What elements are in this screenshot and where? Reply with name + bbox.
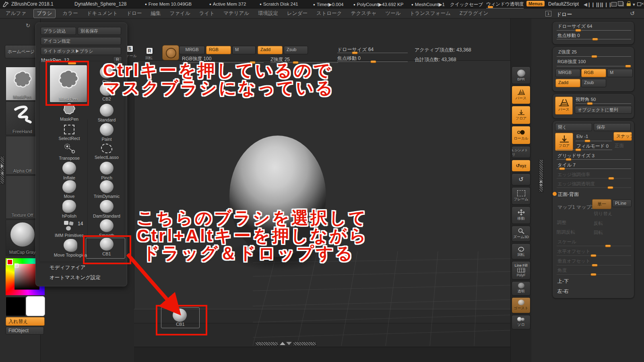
brush-load-button[interactable]: ブラシ読込 — [41, 27, 76, 35]
brush-cell-inflate[interactable]: Inflate — [51, 162, 88, 180]
panes-icon[interactable] — [611, 2, 617, 6]
zsub-button[interactable]: Zsub — [284, 46, 308, 54]
rp-open-button[interactable]: 開く — [555, 123, 592, 131]
bottom-tray-hatch-left[interactable] — [255, 341, 279, 346]
rp-zadd-button[interactable]: Zadd — [555, 79, 580, 87]
transparent-button[interactable]: 透明 — [512, 281, 530, 296]
menu-brush[interactable]: ブラシ — [33, 9, 55, 18]
xyz-button[interactable]: ↺xyz — [512, 160, 530, 172]
brush-cell-standard[interactable]: Standard — [88, 104, 125, 122]
menu-texture[interactable]: テクスチャ — [349, 9, 378, 18]
slider-knob[interactable] — [605, 245, 611, 247]
rp-rotate-button[interactable]: 回転 — [594, 230, 603, 236]
brush-cell-paint[interactable]: Paint — [88, 123, 125, 142]
menu-zplugin[interactable]: Zプラグイン — [458, 9, 490, 18]
menu-alpha[interactable]: アルファ — [4, 9, 28, 18]
slider-knob[interactable] — [566, 158, 572, 161]
zoom3d-button[interactable]: ズーム3D — [512, 226, 530, 242]
rp-switch-button[interactable]: 切り替え — [594, 211, 613, 217]
home-button[interactable]: ホームページ — [5, 45, 36, 58]
slider-knob[interactable] — [370, 60, 376, 63]
rp-z-intensity-slider[interactable] — [557, 56, 631, 57]
current-brush-tile[interactable]: MaskPen — [6, 67, 39, 101]
focal-shift-slider[interactable] — [337, 62, 408, 62]
primary-color-swatch[interactable] — [26, 296, 45, 316]
rp-snap-button[interactable]: スナップ — [613, 132, 632, 141]
slider-knob[interactable] — [607, 186, 613, 189]
lsym-button[interactable]: L.シンメトリ — [512, 146, 530, 158]
ghost-button[interactable]: ゴースト — [512, 297, 530, 313]
brush-cell-transpose[interactable]: Transpose — [51, 142, 88, 160]
slider-knob[interactable] — [352, 51, 358, 54]
slider-knob[interactable] — [590, 254, 597, 257]
slider-knob[interactable] — [625, 65, 631, 68]
rp-zsub-button[interactable]: Zsub — [581, 79, 606, 87]
rp-flip-button[interactable]: 反転 — [594, 220, 603, 226]
linefill-button[interactable]: Line Fill PolyF — [512, 261, 530, 280]
minimize-button[interactable]: ▾ — [633, 2, 635, 7]
brush-preview-button[interactable] — [162, 45, 179, 60]
brush-cell-move[interactable]: Move — [51, 180, 88, 199]
tray-down-icon[interactable] — [286, 342, 292, 345]
slider-knob[interactable] — [587, 102, 593, 105]
right-tray-divider[interactable] — [539, 159, 543, 192]
rp-mrgb-button[interactable]: MRGB — [555, 69, 580, 77]
slider-knob[interactable] — [559, 167, 565, 170]
rp-save-button[interactable]: 保存 — [594, 123, 631, 131]
slider-knob[interactable] — [584, 140, 590, 142]
menu-stroke[interactable]: ストローク — [315, 9, 344, 18]
close-button[interactable]: × — [641, 1, 644, 6]
menu-file[interactable]: ファイル — [168, 9, 192, 18]
brush-cell-trimdynamic[interactable]: TrimDynamic — [88, 180, 125, 199]
window-opacity-knob[interactable] — [488, 6, 493, 8]
pan-button[interactable]: 移動 — [512, 206, 530, 224]
panel-reset-icon[interactable]: ↺ — [630, 10, 635, 16]
perspective-button[interactable]: パース — [512, 86, 530, 104]
rp-align-button[interactable]: オブジェクトに整列 — [575, 106, 632, 114]
brush-cell-pinch[interactable]: Pinch — [88, 162, 125, 180]
rp-edgemult-slider[interactable] — [557, 178, 631, 179]
solo-button[interactable]: ソロ — [512, 315, 530, 329]
rgb-button[interactable]: RGB — [206, 46, 231, 54]
current-stroke-tile[interactable]: FreeHand — [6, 101, 39, 135]
menu-edit[interactable]: 編集 — [149, 9, 163, 18]
zadd-button[interactable]: Zadd — [258, 46, 283, 54]
menu-transform[interactable]: トランスフォーム — [408, 9, 452, 18]
rp-frontback-label[interactable]: 正面-背面 — [558, 191, 579, 198]
menu-light[interactable]: ライト — [198, 9, 216, 18]
rp-leftright-button[interactable]: 左-右 — [557, 288, 569, 295]
slider-knob[interactable] — [591, 55, 597, 58]
slider-knob[interactable] — [590, 273, 597, 276]
rp-floor-button[interactable]: フロア — [555, 133, 573, 151]
rp-gridsize-slider[interactable] — [557, 159, 631, 160]
slider-knob[interactable] — [592, 264, 598, 267]
bpr-button[interactable]: BPR — [512, 66, 530, 84]
slider-knob[interactable] — [592, 38, 598, 41]
mrgb-button[interactable]: MRGB — [179, 46, 205, 54]
divider-right-icon[interactable] — [1, 164, 3, 168]
quicksave-button[interactable]: クイックセーブ — [450, 2, 483, 8]
rp-edgeopacity-slider[interactable] — [557, 187, 631, 188]
rp-fillmode-slider[interactable] — [557, 150, 612, 150]
brush-cell-damstandard[interactable]: DamStandard — [88, 200, 125, 218]
tray-up-icon[interactable] — [280, 342, 285, 345]
rp-tile-slider[interactable] — [557, 169, 631, 169]
brush-cell-selectrect[interactable]: SelectRect — [51, 123, 88, 141]
rp-hoffset-slider[interactable] — [557, 255, 631, 256]
assign-icon-button[interactable]: アイコン指定 — [41, 37, 121, 45]
rotate-badge-icon[interactable]: R — [147, 48, 153, 54]
secondary-color-swatch[interactable] — [6, 297, 26, 316]
lightbox-brush-button[interactable]: ライトボックス▶ブラシ — [41, 47, 121, 55]
frame-button[interactable]: フレーム — [512, 187, 530, 205]
rp-pline-button[interactable]: PLine — [612, 200, 632, 207]
rp-scale-slider[interactable] — [557, 246, 631, 246]
floor-button[interactable]: フロア — [512, 106, 530, 124]
rp-elv-slider[interactable] — [576, 141, 612, 141]
alpha-tile[interactable]: Alpha Off — [6, 136, 39, 175]
modifiers-row[interactable]: モディファイア — [50, 264, 86, 271]
reload-icon[interactable]: ↻ — [26, 23, 30, 29]
rp-angle-slider[interactable] — [557, 274, 631, 275]
brush-cell-selectlasso[interactable]: SelectLasso — [88, 142, 125, 160]
menu-material[interactable]: マテリアル — [222, 9, 251, 18]
menu-color[interactable]: カラー — [61, 9, 80, 18]
